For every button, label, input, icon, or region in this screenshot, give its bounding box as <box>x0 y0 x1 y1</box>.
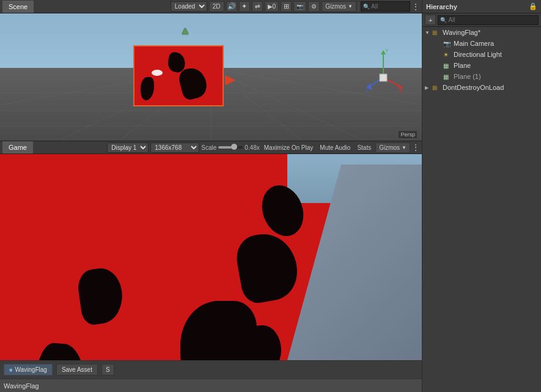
tree-expand-arrow-plane1: ▶ <box>436 74 443 80</box>
scene-panel: Scene Loaded 2D 🔊 ✦ ⇄ ▶0 ⊞ 📷 ⚙ Gizm <box>0 0 422 141</box>
fx-btn[interactable]: ✦ <box>239 1 250 12</box>
revert-btn[interactable]: S <box>101 364 114 375</box>
scene-viewport: ▲ ▶ <box>0 13 422 141</box>
resolution-dropdown[interactable]: 1366x768 <box>150 142 199 153</box>
scene-play-btn[interactable]: ▶0 <box>265 1 279 12</box>
loaded-dropdown[interactable]: Loaded <box>171 1 207 12</box>
scale-label: Scale <box>201 144 216 151</box>
tree-label-waving-flag: WavingFlag* <box>443 29 480 36</box>
hierarchy-toolbar: + 🔍 <box>422 13 541 27</box>
camera-icon: 📷 <box>296 4 303 10</box>
mesh-icon-plane: ▦ <box>443 62 452 69</box>
hierarchy-header: Hierarchy 🔒 <box>422 0 541 13</box>
tree-expand-arrow-light: ▶ <box>436 52 443 57</box>
save-asset-btn[interactable]: Save Asset <box>56 364 98 375</box>
scene-persp-label: Persp <box>399 131 417 138</box>
selected-flag-object[interactable] <box>133 45 224 106</box>
tree-expand-arrow-plane: ▶ <box>436 63 443 68</box>
display-dropdown[interactable]: Display 1 <box>107 142 149 153</box>
game-gizmos-chevron: ▼ <box>402 145 407 150</box>
scene-object-tree: ▲ <box>180 24 191 37</box>
maximize-on-play-btn[interactable]: Maximize On Play <box>262 144 316 152</box>
mute-audio-btn[interactable]: Mute Audio <box>317 144 353 152</box>
hierarchy-search[interactable] <box>448 17 536 23</box>
tree-item-directional-light[interactable]: ▶ ☀ Directional Light <box>422 49 541 60</box>
tree-item-main-camera[interactable]: ▶ 📷 Main Camera <box>422 38 541 49</box>
hierarchy-title: Hierarchy <box>426 3 457 10</box>
tree-item-waving-flag[interactable]: ▼ ⊞ WavingFlag* <box>422 27 541 38</box>
hierarchy-add-btn[interactable]: + <box>425 15 436 25</box>
hierarchy-tree: ▼ ⊞ WavingFlag* ▶ 📷 Main Camera ▶ ☀ Dire… <box>422 27 541 392</box>
scale-value: 0.48x <box>245 144 259 151</box>
game-gizmos-btn[interactable]: Gizmos ▼ <box>375 142 410 153</box>
bottom-waving-flag-text: WavingFlag <box>4 382 39 390</box>
scene-search[interactable] <box>371 3 408 10</box>
scale-slider-track <box>218 146 243 149</box>
svg-text:X: X <box>399 89 402 93</box>
tree-label-main-camera: Main Camera <box>454 40 494 47</box>
asset-icon: ■ <box>9 367 12 373</box>
scene-menu-btn[interactable]: ⋮ <box>412 2 419 11</box>
svg-text:Z: Z <box>365 89 368 93</box>
game-viewport <box>0 154 422 360</box>
2d-button[interactable]: 2D <box>209 1 224 12</box>
tree-expand-arrow-dontdestroy: ▶ <box>425 85 432 91</box>
tree-item-dont-destroy[interactable]: ▶ ⊞ DontDestroyOnLoad <box>422 82 541 93</box>
tree-label-plane: Plane <box>454 62 471 69</box>
hierarchy-lock-btn[interactable]: 🔒 <box>529 2 537 10</box>
scene-tab[interactable]: Scene <box>2 1 34 13</box>
hierarchy-search-icon: 🔍 <box>440 17 447 23</box>
bottom-status-area: ■ WavingFlag Save Asset S WavingFlag <box>0 360 422 392</box>
hierarchy-panel: Hierarchy 🔒 + 🔍 ▼ ⊞ WavingFlag* ▶ 📷 M <box>422 0 541 392</box>
camera-icon-tree: 📷 <box>443 40 452 47</box>
scene-icon-dontdestroy: ⊞ <box>432 84 441 91</box>
scene-more-btn[interactable]: 📷 <box>293 1 306 12</box>
audio-icon-btn[interactable]: 🔊 <box>226 1 237 12</box>
flag-arrow-right: ▶ <box>225 72 235 87</box>
gizmos-chevron: ▼ <box>348 4 353 9</box>
tree-expand-arrow-waving: ▼ <box>425 30 432 35</box>
stats-btn[interactable]: Stats <box>355 144 374 152</box>
waving-flag-label-bar: WavingFlag <box>0 379 422 392</box>
waving-flag-asset-btn[interactable]: ■ WavingFlag <box>4 364 53 375</box>
search-icon: 🔍 <box>363 4 370 10</box>
settings-btn[interactable]: ⚙ <box>308 1 320 12</box>
bottom-panel-row: ■ WavingFlag Save Asset S <box>0 361 422 379</box>
tree-label-plane-1: Plane (1) <box>454 73 481 80</box>
game-menu-btn[interactable]: ⋮ <box>412 143 419 152</box>
game-toolbar: Game Display 1 1366x768 Scale 0.48x Maxi… <box>0 141 422 154</box>
scene-toolbar: Scene Loaded 2D 🔊 ✦ ⇄ ▶0 ⊞ 📷 ⚙ Gizm <box>0 0 422 13</box>
game-tab[interactable]: Game <box>2 141 33 153</box>
transform-gizmo[interactable]: Y X Z <box>364 47 403 93</box>
mesh-icon-plane1: ▦ <box>443 73 452 80</box>
scene-tool1[interactable]: ⇄ <box>252 1 263 12</box>
tree-expand-arrow-camera: ▶ <box>436 41 443 46</box>
scale-slider-thumb[interactable] <box>231 144 237 150</box>
gizmos-dropdown[interactable]: Gizmos ▼ <box>322 1 356 12</box>
tree-item-plane-1[interactable]: ▶ ▦ Plane (1) <box>422 71 541 82</box>
light-icon-tree: ☀ <box>443 51 452 58</box>
scene-icon-waving: ⊞ <box>432 29 441 36</box>
tree-label-dont-destroy: DontDestroyOnLoad <box>443 84 504 91</box>
scene-grid-btn[interactable]: ⊞ <box>281 1 292 12</box>
tree-item-plane[interactable]: ▶ ▦ Plane <box>422 60 541 71</box>
svg-rect-19 <box>380 74 387 81</box>
tree-label-directional-light: Directional Light <box>454 51 502 58</box>
svg-text:Y: Y <box>385 48 389 53</box>
